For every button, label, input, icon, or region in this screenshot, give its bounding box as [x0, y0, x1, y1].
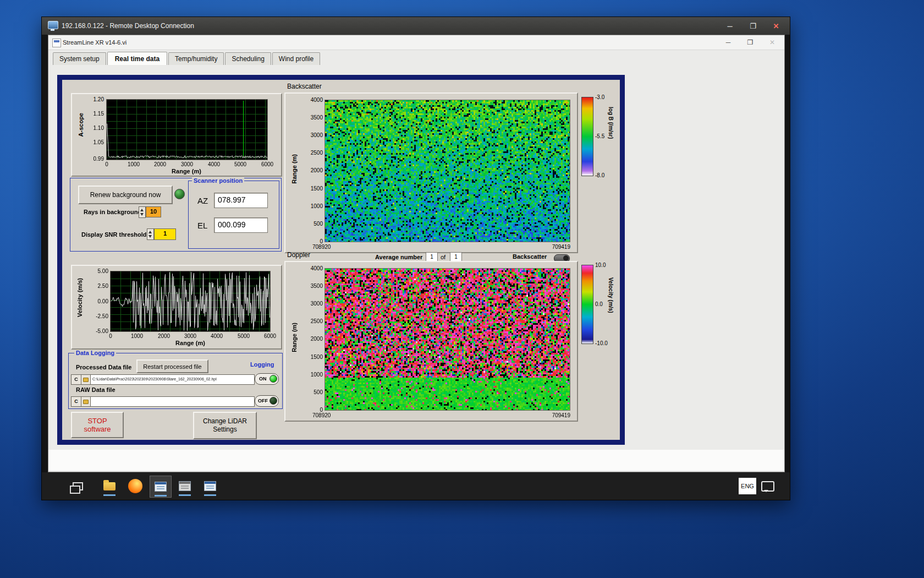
backscatter-cb-tick: -3.0: [595, 94, 617, 100]
logging-label: Logging: [250, 361, 274, 368]
backscatter-y-tick: 1500: [302, 186, 323, 192]
ascope-x-tick: 1000: [124, 161, 143, 167]
doppler-group: Range (m) 4000 3500 3000 2500 2000 1500 …: [284, 261, 578, 422]
ascope-group: A-scope 1.20 1.15 1.10 1.05 0.99 0 1000 …: [71, 93, 282, 177]
doppler-y-tick: 3000: [302, 301, 323, 307]
ascope-y-axis-label: A-scope: [78, 113, 84, 137]
doppler-y-tick: 1000: [302, 372, 323, 378]
raw-drive-box[interactable]: C: [71, 396, 81, 407]
rdp-minimize-button[interactable]: [718, 18, 741, 34]
processed-logging-toggle[interactable]: ON: [255, 373, 279, 385]
rdp-close-button[interactable]: [765, 18, 788, 34]
el-value[interactable]: 000.099: [214, 217, 268, 233]
doppler-x-end: 709419: [540, 412, 570, 418]
rays-value[interactable]: 10: [146, 206, 161, 217]
app-window-controls: [717, 35, 783, 49]
az-label: AZ: [197, 196, 208, 205]
rays-in-background-label: Rays in background: [84, 209, 141, 215]
background-controls-group: Renew background now Rays in background …: [70, 178, 282, 252]
ascope-x-tick: 2000: [151, 161, 169, 167]
taskbar-streamline-button[interactable]: [150, 476, 172, 498]
backscatter-cb-tick: -8.0: [595, 172, 617, 178]
raw-data-file-label: RAW Data file: [76, 386, 116, 393]
raw-logging-toggle[interactable]: OFF: [255, 395, 279, 407]
ascope-plot: [106, 99, 268, 160]
taskbar-taskview-button[interactable]: [67, 476, 88, 497]
backscatter-colorbar-label: log B (/m/sr): [608, 107, 614, 139]
velocity-y-tick: -2.50: [87, 313, 108, 319]
taskbar-notifications-button[interactable]: [757, 476, 778, 497]
processed-path-field[interactable]: C:\Lidar\Data\Proc\2023\202309\20230906\…: [90, 374, 255, 385]
chat-bubble-icon: [761, 481, 774, 492]
velocity-canvas: [111, 271, 270, 331]
scan-scheduler-icon: [179, 481, 191, 491]
language-indicator[interactable]: ENG: [739, 478, 756, 494]
doppler-y-axis-label: Range (m): [291, 323, 298, 352]
taskbar-explorer-button[interactable]: [99, 476, 120, 497]
rays-spinner[interactable]: [139, 206, 146, 218]
backscatter-y-tick: 2000: [302, 167, 323, 173]
rdp-maximize-button[interactable]: [741, 18, 765, 34]
ascope-x-tick: 6000: [258, 161, 277, 167]
taskbar-app-button[interactable]: [200, 476, 221, 497]
main-panel: A-scope 1.20 1.15 1.10 1.05 0.99 0 1000 …: [57, 75, 625, 445]
remote-taskbar: ENG: [42, 472, 790, 500]
az-value[interactable]: 078.997: [214, 193, 268, 208]
doppler-title: Doppler: [287, 251, 310, 259]
doppler-cb-tick: -10.0: [595, 340, 617, 346]
snr-spinner[interactable]: [147, 228, 154, 240]
doppler-cb-tick: 0.0: [595, 301, 617, 307]
backscatter-title: Backscatter: [287, 83, 322, 90]
renew-background-button[interactable]: Renew background now: [78, 186, 173, 204]
tab-system-setup[interactable]: System setup: [53, 52, 106, 65]
velocity-x-tick: 0: [101, 333, 120, 339]
backscatter-heatmap: [324, 100, 570, 242]
velocity-y-tick: 5.00: [87, 268, 108, 274]
toggle-led: [270, 397, 277, 405]
restart-processed-file-button[interactable]: Restart processed file: [136, 359, 208, 373]
backscatter-toggle-label: Backscatter: [513, 253, 547, 260]
doppler-canvas: [325, 269, 570, 410]
average-number-label: Average number: [375, 254, 422, 260]
data-logging-group: Data Logging Processed Data file Restart…: [68, 353, 283, 409]
processed-drive-box[interactable]: C: [71, 374, 81, 385]
raw-browse-button[interactable]: [81, 396, 91, 407]
folder-icon: [103, 482, 116, 490]
app-window-icon: [155, 482, 167, 492]
scanner-position-title: Scanner position: [192, 177, 244, 184]
tab-scheduling[interactable]: Scheduling: [225, 52, 271, 65]
rdp-titlebar[interactable]: 192.168.0.122 - Remote Desktop Connectio…: [42, 17, 790, 35]
doppler-y-tick: 1500: [302, 354, 323, 360]
snr-value[interactable]: 1: [154, 228, 176, 240]
ascope-y-tick: 1.20: [85, 96, 104, 102]
ascope-x-tick: 3000: [178, 161, 196, 167]
tab-temp-humidity[interactable]: Temp/humidity: [168, 52, 224, 65]
toggle-on-label: ON: [259, 376, 267, 381]
doppler-heatmap: [324, 268, 570, 411]
velocity-y-axis-label: Velocity (m/s): [76, 278, 83, 317]
ascope-y-tick: 1.15: [85, 111, 104, 117]
app-restore-button[interactable]: [739, 35, 761, 49]
minimize-icon: [726, 39, 731, 46]
processed-browse-button[interactable]: [81, 374, 91, 385]
app-window: StreamLine XR v14-6.vi System setup Real…: [48, 35, 785, 472]
backscatter-y-tick: 500: [302, 221, 323, 227]
ascope-x-axis-label: Range (m): [167, 168, 206, 175]
tab-wind-profile[interactable]: Wind profile: [272, 52, 320, 65]
app-title: StreamLine XR v14-6.vi: [63, 35, 127, 50]
ascope-canvas: [107, 100, 267, 160]
ascope-x-tick: 0: [97, 161, 116, 167]
taskbar-firefox-button[interactable]: [125, 476, 146, 497]
taskbar-scan-scheduler-button[interactable]: [174, 476, 195, 497]
doppler-y-tick: 500: [302, 389, 323, 395]
backscatter-y-tick: 3500: [302, 114, 323, 121]
app-minimize-button[interactable]: [717, 35, 739, 49]
app-titlebar[interactable]: StreamLine XR v14-6.vi: [48, 35, 784, 50]
backscatter-canvas: [325, 100, 570, 242]
stop-software-button[interactable]: STOP software: [71, 412, 124, 438]
app-close-button[interactable]: [761, 35, 783, 49]
doppler-cb-tick: 10.0: [595, 262, 617, 268]
raw-path-field[interactable]: [90, 396, 255, 407]
tab-real-time-data[interactable]: Real time data: [107, 52, 167, 66]
change-lidar-settings-button[interactable]: Change LiDAR Settings: [193, 412, 257, 439]
